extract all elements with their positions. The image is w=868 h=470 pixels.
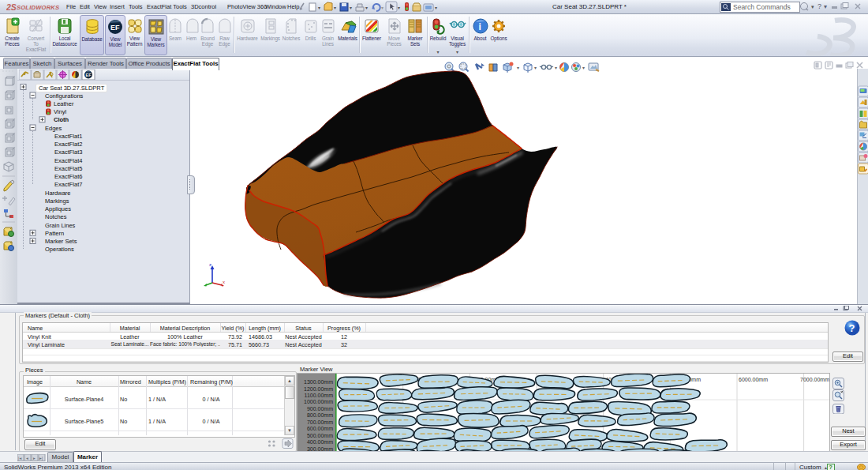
svg-text:7000.00mm: 7000.00mm [800, 377, 829, 382]
svg-text:700.00mm: 700.00mm [307, 419, 333, 425]
svg-text:1300.00mm: 1300.00mm [304, 379, 333, 385]
svg-text:500.00mm: 500.00mm [307, 433, 333, 438]
svg-text:600.00mm: 600.00mm [307, 426, 333, 431]
svg-text:EF: EF [110, 24, 120, 32]
svg-text:?: ? [829, 464, 832, 470]
svg-text:x: x [223, 280, 225, 284]
svg-text:▾: ▾ [365, 6, 368, 10]
svg-text:800.00mm: 800.00mm [307, 412, 333, 418]
svg-text:1000.00mm: 1000.00mm [304, 399, 333, 404]
svg-text:▾: ▾ [318, 6, 320, 10]
svg-text:▸: ▸ [33, 456, 36, 461]
svg-text:1200.00mm: 1200.00mm [304, 386, 333, 392]
svg-text:▾: ▾ [334, 6, 336, 10]
svg-text:▾: ▾ [824, 3, 827, 10]
svg-text:▸|: ▸| [39, 456, 43, 461]
svg-text:▾: ▾ [435, 6, 437, 10]
svg-text:▾: ▾ [350, 6, 352, 10]
svg-text:◂: ◂ [26, 456, 28, 461]
svg-text:▾: ▾ [582, 66, 585, 70]
svg-text:400.00mm: 400.00mm [307, 439, 333, 445]
svg-text:1100.00mm: 1100.00mm [305, 393, 334, 398]
svg-text:z: z [209, 262, 211, 267]
svg-text:900.00mm: 900.00mm [307, 406, 333, 412]
svg-text:i: i [478, 21, 481, 32]
svg-text:?: ? [849, 322, 855, 334]
svg-text:6000.00mm: 6000.00mm [739, 377, 768, 382]
svg-text:▾: ▾ [398, 6, 400, 10]
svg-text:2S: 2S [6, 2, 17, 12]
svg-text:|◂: |◂ [18, 456, 21, 461]
svg-text:?: ? [817, 2, 821, 10]
svg-text:▾: ▾ [811, 4, 814, 9]
svg-text:SOLIDWORKS: SOLIDWORKS [17, 4, 59, 11]
svg-text:▾: ▾ [381, 6, 383, 10]
